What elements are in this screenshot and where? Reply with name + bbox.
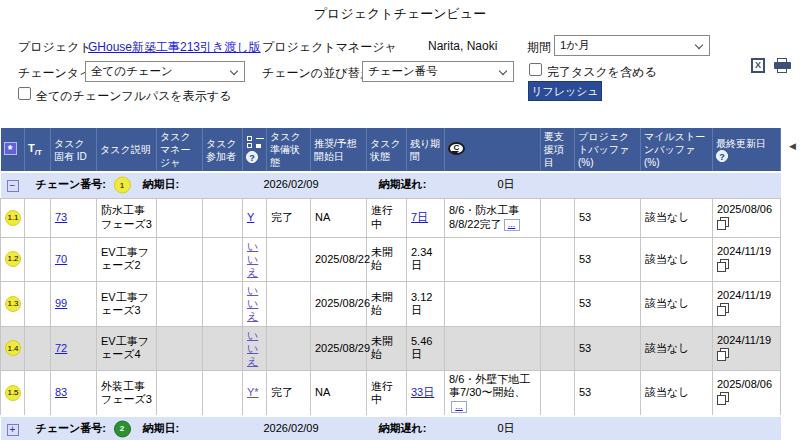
remaining-link[interactable]: 7日: [411, 211, 428, 223]
col-header-remaining[interactable]: 残り期間: [407, 128, 445, 172]
task-badge: 1.2: [5, 251, 21, 267]
col-header-task-type[interactable]: T/T: [25, 128, 51, 172]
task-id-link[interactable]: 83: [55, 386, 67, 398]
copy-icon[interactable]: [717, 217, 729, 229]
empty-cell: [25, 371, 51, 416]
task-id-link[interactable]: 73: [55, 211, 67, 223]
col-header-project-buffer[interactable]: プロジェクトバッファ(%): [575, 128, 641, 172]
task-status-value: 進行中: [367, 198, 407, 237]
empty-cell: [541, 371, 575, 416]
chain-group-row-2: + チェーン番号: 2 納期日: 2026/02/09 納期遅れ: 0日: [1, 416, 781, 440]
col-header-support[interactable]: 要支援項目: [541, 128, 575, 172]
col-header-milestone-buffer[interactable]: マイルストーンバッファ(%): [641, 128, 713, 172]
project-link[interactable]: GHouse新築工事213引き渡し版: [88, 39, 261, 56]
col-header-comment[interactable]: C: [445, 128, 541, 172]
task-id-link[interactable]: 72: [55, 342, 67, 354]
project-buffer-value: 53: [575, 282, 641, 327]
show-full-path-label: 全てのチェーンフルパスを表示する: [36, 88, 231, 105]
copy-icon[interactable]: [717, 303, 729, 315]
project-buffer-value: 53: [575, 326, 641, 371]
empty-cell: [203, 282, 243, 327]
empty-cell: [541, 237, 575, 282]
last-updated-value: 2025/08/06: [717, 203, 776, 216]
period-select[interactable]: 1か月: [554, 35, 710, 56]
chevron-down-icon: [499, 67, 507, 75]
help-icon[interactable]: ?: [716, 150, 728, 162]
task-id-link[interactable]: 99: [55, 297, 67, 309]
col-header-task-desc[interactable]: タスク説明: [97, 128, 157, 172]
copy-icon[interactable]: [717, 259, 729, 271]
copy-icon[interactable]: [717, 348, 729, 360]
start-date-value: NA: [311, 371, 367, 416]
empty-cell: [157, 237, 203, 282]
empty-cell: [25, 326, 51, 371]
empty-cell: [445, 282, 541, 327]
start-date-value: 2025/08/22: [311, 237, 367, 282]
task-status-value: 未開始: [367, 282, 407, 327]
chain-number-badge: 1: [114, 177, 131, 194]
help-icon[interactable]: ?: [246, 151, 258, 163]
col-header-task-participants[interactable]: タスク参加者: [203, 128, 243, 172]
chain-number-label: チェーン番号:: [36, 179, 106, 192]
col-header-critical[interactable]: *: [1, 128, 25, 172]
start-date-value: 2025/08/29: [311, 326, 367, 371]
excel-export-icon[interactable]: X: [751, 58, 765, 73]
expand-group-button[interactable]: +: [7, 424, 19, 436]
include-completed-checkbox[interactable]: [529, 63, 542, 76]
update-flag-link[interactable]: Y: [247, 211, 254, 223]
empty-cell: [541, 326, 575, 371]
sort-select[interactable]: チェーン番号: [362, 61, 514, 82]
collapse-panel-arrow-icon[interactable]: ◀: [789, 141, 796, 151]
col-header-update-flag[interactable]: ?: [243, 128, 267, 172]
period-label: 期間: [527, 39, 551, 56]
col-header-start-date[interactable]: 推奨/予想開始日: [311, 128, 367, 172]
empty-cell: [203, 371, 243, 416]
chevron-down-icon: [695, 41, 703, 49]
task-status-value: 未開始: [367, 237, 407, 282]
empty-cell: [445, 326, 541, 371]
last-updated-value: 2024/11/19: [717, 289, 776, 302]
project-buffer-value: 53: [575, 237, 641, 282]
more-button[interactable]: ...: [504, 219, 520, 231]
col-header-readiness[interactable]: タスク準備状態: [267, 128, 311, 172]
update-flag-link[interactable]: いいえ: [247, 329, 258, 367]
remaining-link[interactable]: 33日: [411, 386, 434, 398]
table-header-row: * T/T タスク固有 ID タスク説明 タスクマネージャ タスク参加者 ? タ…: [1, 128, 781, 172]
empty-cell: [25, 282, 51, 327]
update-flag-link[interactable]: いいえ: [247, 240, 258, 278]
remaining-value: 5.46日: [407, 326, 445, 371]
copy-icon[interactable]: [717, 392, 729, 404]
col-header-task-id[interactable]: タスク固有 ID: [51, 128, 97, 172]
collapse-group-button[interactable]: −: [7, 180, 19, 192]
col-header-last-updated[interactable]: 最終更新日?: [713, 128, 781, 172]
empty-cell: [157, 326, 203, 371]
update-flag-link[interactable]: いいえ: [247, 284, 258, 322]
col-header-task-status[interactable]: タスク状態: [367, 128, 407, 172]
print-icon[interactable]: [774, 58, 791, 73]
more-button[interactable]: ...: [451, 401, 467, 413]
empty-cell: [541, 282, 575, 327]
page-title: プロジェクトチェーンビュー: [0, 5, 800, 23]
task-badge: 1.4: [5, 340, 21, 356]
chain-number-badge: 2: [114, 420, 131, 437]
task-badge: 1.5: [5, 385, 21, 401]
milestone-buffer-value: 該当なし: [641, 198, 713, 237]
show-full-path-checkbox[interactable]: [18, 87, 31, 100]
project-manager-value: Narita, Naoki: [428, 39, 497, 53]
include-completed-label: 完了タスクを含める: [547, 64, 657, 81]
comment-text: 8/6・外壁下地工事7/30〜開始、: [449, 373, 530, 398]
col-header-task-manager[interactable]: タスクマネージャ: [157, 128, 203, 172]
update-flag-link[interactable]: Y*: [247, 386, 259, 398]
empty-cell: [203, 198, 243, 237]
sort-select-value: チェーン番号: [368, 64, 438, 79]
project-buffer-value: 53: [575, 371, 641, 416]
task-status-value: 進行中: [367, 371, 407, 416]
task-description: EV工事フェーズ3: [97, 282, 157, 327]
asterisk-icon: *: [4, 142, 17, 155]
chain-type-select[interactable]: 全てのチェーン: [85, 61, 245, 82]
empty-cell: [203, 326, 243, 371]
refresh-button[interactable]: リフレッシュ: [528, 81, 602, 101]
sort-label: チェーンの並び替え: [262, 65, 372, 82]
comment-bubble-icon: C: [448, 142, 465, 155]
task-id-link[interactable]: 70: [55, 253, 67, 265]
